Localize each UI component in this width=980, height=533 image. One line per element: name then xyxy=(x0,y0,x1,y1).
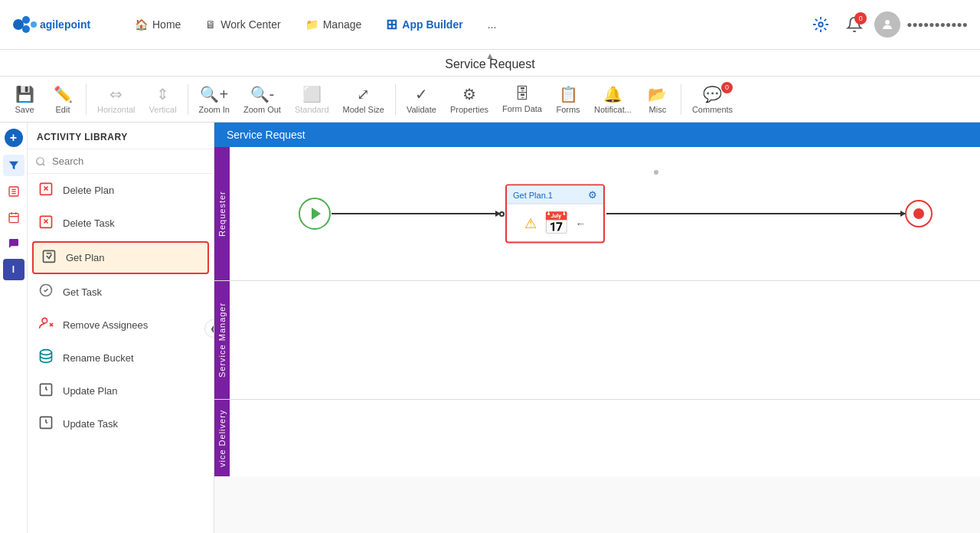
form-data-icon: 🗄 xyxy=(514,85,530,103)
rename-bucket-icon xyxy=(37,348,55,368)
sidebar-icon-calendar[interactable] xyxy=(3,207,24,228)
zoom-out-label: Zoom Out xyxy=(243,105,281,114)
horizontal-button[interactable]: ⇔ Horizontal xyxy=(91,82,142,117)
flow-arrowhead-dot xyxy=(499,211,505,217)
swimlane-service-manager-label: Service Manager xyxy=(214,281,230,399)
nav-right: 0 ●●●●●●●●●●● xyxy=(807,11,968,38)
sidebar-item-get-task[interactable]: Get Task xyxy=(28,276,214,309)
svg-point-3 xyxy=(31,21,37,28)
flow-line-start-to-task xyxy=(332,213,500,214)
update-task-icon xyxy=(37,414,55,433)
integrations-button[interactable] xyxy=(807,11,835,38)
nav-appbuilder[interactable]: ⊞ App Builder xyxy=(377,11,472,38)
username[interactable]: ●●●●●●●●●●● xyxy=(906,19,968,30)
sidebar-item-delete-task[interactable]: Delete Task xyxy=(28,207,214,240)
search-input[interactable] xyxy=(52,155,206,167)
edit-label: Edit xyxy=(56,105,70,114)
sidebar-item-get-task-label: Get Task xyxy=(63,286,102,298)
flow-end-node[interactable] xyxy=(905,200,933,227)
collapse-header-button[interactable]: ▲ xyxy=(485,51,495,60)
nav-more[interactable]: ... xyxy=(479,14,506,35)
misc-label: Misc xyxy=(649,105,667,114)
sidebar-item-delete-plan[interactable]: Delete Plan xyxy=(28,174,214,207)
comments-label: Comments xyxy=(692,105,733,114)
vertical-button[interactable]: ⇕ Vertical xyxy=(143,82,183,117)
form-data-button[interactable]: 🗄 Form Data xyxy=(496,82,548,116)
divider-2 xyxy=(188,84,188,115)
notifications-button[interactable]: 0 xyxy=(841,11,868,38)
notification-badge: 0 xyxy=(854,12,867,25)
swimlane-service-delivery-label: vice Delivery xyxy=(214,400,230,476)
flow-task-header: Get Plan.1 ⚙ xyxy=(507,186,603,204)
flow-start-node[interactable] xyxy=(299,198,331,230)
notifications-toolbar-icon: 🔔 xyxy=(603,85,622,103)
divider-4 xyxy=(681,84,681,115)
comments-badge: 0 xyxy=(721,82,733,93)
model-size-button[interactable]: ⤢ Model Size xyxy=(337,82,390,117)
sidebar-icon-indigo[interactable]: I xyxy=(3,259,24,280)
sidebar-item-get-plan[interactable]: Get Plan xyxy=(32,241,209,274)
standard-button[interactable]: ⬜ Standard xyxy=(289,82,335,117)
nav-appbuilder-label: App Builder xyxy=(402,18,462,31)
sidebar-item-get-plan-label: Get Plan xyxy=(66,252,105,263)
nav-home[interactable]: 🏠 Home xyxy=(126,14,190,35)
save-icon: 💾 xyxy=(15,85,34,103)
home-icon: 🏠 xyxy=(135,18,148,31)
misc-button[interactable]: 📂 Misc xyxy=(639,82,676,117)
sidebar-item-rename-bucket[interactable]: Rename Bucket xyxy=(28,342,214,374)
canvas-header: Service Request xyxy=(214,123,980,147)
add-activity-button[interactable]: + xyxy=(5,129,23,147)
sidebar-icon-strip: + I xyxy=(0,123,28,533)
flow-task-body: ⚠ 📅 ← xyxy=(507,204,603,242)
horizontal-icon: ⇔ xyxy=(109,85,122,103)
forms-icon: 📋 xyxy=(559,85,578,103)
misc-icon: 📂 xyxy=(648,85,667,103)
sidebar-icon-list[interactable] xyxy=(3,181,24,202)
task-import-icon: ← xyxy=(576,217,586,229)
logo[interactable]: agilepoint xyxy=(12,11,104,38)
appbuilder-icon: ⊞ xyxy=(386,16,397,33)
sidebar-item-remove-assignees[interactable]: Remove Assignees xyxy=(28,309,214,342)
model-size-label: Model Size xyxy=(343,105,384,114)
model-size-icon: ⤢ xyxy=(357,85,370,103)
avatar[interactable] xyxy=(874,11,900,38)
sidebar-item-update-plan[interactable]: Update Plan xyxy=(28,374,214,407)
swimlane-service-manager-body xyxy=(230,281,980,399)
zoom-in-button[interactable]: 🔍+ Zoom In xyxy=(193,82,236,117)
flow-task-get-plan[interactable]: Get Plan.1 ⚙ ⚠ 📅 ← xyxy=(505,185,605,244)
main-layout: + I ACTIVITY LIBRARY xyxy=(0,123,980,533)
nav-home-label: Home xyxy=(152,18,181,31)
zoom-out-button[interactable]: 🔍- Zoom Out xyxy=(237,82,287,117)
swimlane-service-delivery-body xyxy=(230,400,980,476)
edit-button[interactable]: ✏️ Edit xyxy=(44,82,81,117)
nav-workcenter-label: Work Center xyxy=(220,18,280,31)
save-button[interactable]: 💾 Save xyxy=(6,82,43,117)
sidebar-content: ACTIVITY LIBRARY Delete Plan xyxy=(28,123,214,533)
notifications-toolbar-button[interactable]: 🔔 Notificat... xyxy=(588,82,638,117)
validate-label: Validate xyxy=(407,105,436,114)
subtitle-bar: ▲ Service Request xyxy=(0,50,980,77)
validate-button[interactable]: ✓ Validate xyxy=(400,82,443,117)
sidebar-header: ACTIVITY LIBRARY xyxy=(28,123,214,149)
nav-manage[interactable]: 📁 Manage xyxy=(296,14,371,35)
comments-button[interactable]: 💬 Comments 0 xyxy=(686,82,739,117)
zoom-in-label: Zoom In xyxy=(199,105,230,114)
sidebar-item-rename-bucket-label: Rename Bucket xyxy=(63,352,134,364)
canvas-content: Requester Get xyxy=(214,147,980,531)
svg-point-26 xyxy=(42,318,47,323)
sidebar-item-update-task[interactable]: Update Task xyxy=(28,407,214,440)
sidebar-icon-chat[interactable] xyxy=(3,233,24,254)
sidebar: + I ACTIVITY LIBRARY xyxy=(0,123,214,533)
sidebar-icon-filter[interactable] xyxy=(3,155,24,176)
swimlane-service-manager: Service Manager xyxy=(214,281,980,400)
search-icon xyxy=(35,156,46,167)
forms-button[interactable]: 📋 Forms xyxy=(550,82,586,117)
svg-line-16 xyxy=(43,163,45,165)
nav-workcenter[interactable]: 🖥 Work Center xyxy=(196,14,289,35)
zoom-in-icon: 🔍+ xyxy=(200,85,228,103)
sidebar-item-delete-task-label: Delete Task xyxy=(63,217,115,229)
update-plan-icon xyxy=(37,381,55,401)
task-gear-icon[interactable]: ⚙ xyxy=(588,189,597,201)
properties-button[interactable]: ⚙ Properties xyxy=(444,82,495,117)
comments-icon: 💬 xyxy=(703,85,722,103)
